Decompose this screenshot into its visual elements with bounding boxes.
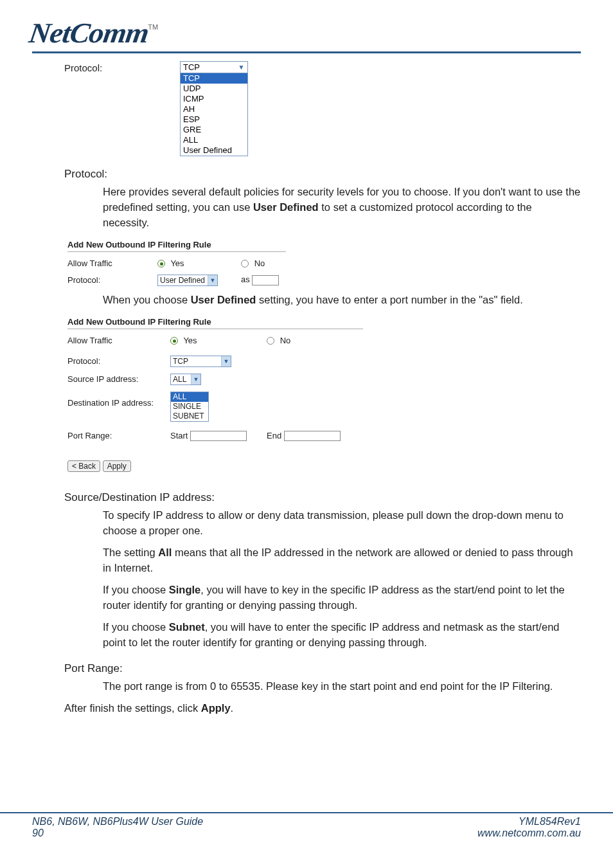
protocol-option-gre[interactable]: GRE (181, 125, 247, 135)
shot2-yes-label: Yes (183, 336, 197, 345)
ip-p3a: If you choose (103, 584, 169, 595)
shot2-ip-option-all[interactable]: ALL (171, 392, 208, 402)
protocol-dropdown[interactable]: TCP ▼ TCP UDP ICMP AH ESP GRE ALL User D… (180, 61, 248, 156)
footer-url: www.netcomm.com.au (477, 827, 581, 839)
mid-para-c: setting, you have to enter a port number… (256, 294, 522, 305)
shot2-radio-no[interactable] (267, 337, 274, 345)
shot2-protocol-select[interactable]: TCP ▼ (170, 356, 231, 367)
protocol-option-udp[interactable]: UDP (181, 84, 247, 94)
brand-logo: NetComm (27, 19, 150, 48)
shot2-port-label: Port Range: (67, 431, 170, 440)
protocol-option-tcp[interactable]: TCP (181, 73, 247, 84)
ip-p2a: The setting (103, 547, 158, 558)
shot1-allow-label: Allow Traffic (67, 258, 157, 268)
protocol-option-esp[interactable]: ESP (181, 114, 247, 125)
shot2-dst-label: Destination IP address: (67, 392, 170, 408)
shot2-end-input[interactable] (284, 431, 341, 441)
page-footer: NB6, NB6W, NB6Plus4W User Guide 90 YML85… (0, 812, 613, 852)
shot2-start-input[interactable] (190, 431, 247, 441)
footer-page: 90 (32, 827, 203, 839)
protocol-dropdown-selected[interactable]: TCP ▼ (181, 62, 247, 73)
header-divider (32, 51, 581, 53)
shot2-start-label: Start (170, 431, 188, 440)
shot2-ip-option-single[interactable]: SINGLE (171, 402, 208, 411)
shot2-title: Add New Outbound IP Filtering Rule (67, 317, 581, 327)
ip-p2b: All (158, 547, 172, 558)
ip-p3b: Single (169, 584, 201, 595)
port-heading: Port Range: (64, 662, 581, 675)
shot1-yes-label: Yes (170, 258, 184, 268)
shot2-src-label: Source IP address: (67, 374, 170, 384)
shot2-divider (67, 329, 363, 329)
ip-p2c: means that all the IP addressed in the n… (103, 547, 573, 574)
protocol-heading: Protocol: (64, 168, 581, 181)
footer-rev: YML854Rev1 (477, 816, 581, 827)
shot2-src-select[interactable]: ALL ▼ (170, 374, 201, 385)
footer-guide: NB6, NB6W, NB6Plus4W User Guide (32, 816, 203, 827)
apply-button[interactable]: Apply (103, 460, 131, 472)
closing-a: After finish the settings, click (64, 702, 201, 714)
shot2-protocol-label: Protocol: (67, 356, 170, 366)
protocol-option-ah[interactable]: AH (181, 104, 247, 114)
shot1-as-input[interactable] (252, 275, 279, 285)
shot2-dst-listbox[interactable]: ALL SINGLE SUBNET (170, 392, 209, 422)
protocol-label-top: Protocol: (64, 61, 180, 73)
chevron-down-icon: ▼ (221, 356, 231, 366)
ip-heading: Source/Destination IP address: (64, 491, 581, 504)
shot2-no-label: No (280, 336, 291, 345)
port-p1: The port range is from 0 to 65535. Pleas… (103, 679, 581, 694)
closing-bold: Apply (201, 702, 231, 714)
ip-p4b: Subnet (169, 621, 205, 633)
shot1-divider (67, 251, 286, 252)
shot1-as-label: as (241, 275, 250, 284)
protocol-dropdown-list: TCP UDP ICMP AH ESP GRE ALL User Defined (181, 73, 247, 156)
shot2-allow-label: Allow Traffic (67, 336, 170, 345)
closing-c: . (231, 702, 234, 714)
protocol-dropdown-value: TCP (183, 62, 200, 72)
ip-p1: To specify IP address to allow or deny d… (103, 508, 581, 539)
chevron-down-icon: ▼ (191, 374, 200, 384)
shot2-ip-option-subnet[interactable]: SUBNET (171, 411, 208, 421)
mid-para-a: When you choose (103, 294, 191, 305)
protocol-option-all[interactable]: ALL (181, 135, 247, 145)
shot2-radio-yes[interactable] (170, 337, 178, 345)
back-button[interactable]: < Back (67, 460, 100, 472)
protocol-desc-bold: User Defined (253, 201, 319, 213)
mid-para-bold: User Defined (191, 294, 256, 305)
ip-p4a: If you choose (103, 621, 169, 633)
chevron-down-icon: ▼ (208, 275, 217, 285)
shot1-protocol-value: User Defined (160, 276, 205, 285)
chevron-down-icon: ▼ (236, 62, 246, 72)
shot1-no-label: No (254, 258, 265, 268)
protocol-option-icmp[interactable]: ICMP (181, 94, 247, 104)
shot1-radio-no[interactable] (241, 260, 249, 267)
shot2-protocol-value: TCP (173, 357, 218, 366)
shot1-radio-yes[interactable] (157, 260, 165, 267)
shot1-protocol-select[interactable]: User Defined ▼ (157, 275, 218, 286)
shot1-protocol-label: Protocol: (67, 275, 157, 285)
shot2-src-value: ALL (173, 375, 188, 384)
protocol-option-userdefined[interactable]: User Defined (181, 145, 247, 156)
shot2-end-label: End (267, 431, 281, 440)
shot1-title: Add New Outbound IP Filtering Rule (67, 240, 581, 249)
